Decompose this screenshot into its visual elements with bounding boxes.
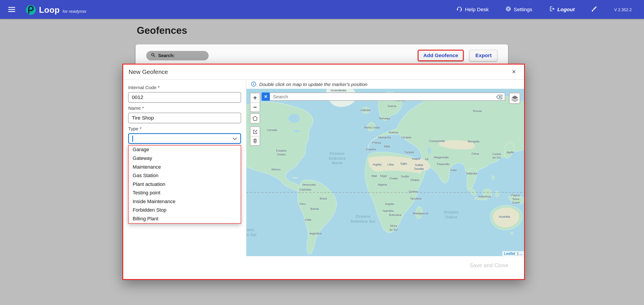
page-title: Geofences	[137, 25, 187, 36]
export-button[interactable]: Export	[470, 50, 498, 61]
type-option[interactable]: Gateway	[129, 154, 241, 163]
brand-subtitle: for readymix	[63, 9, 86, 14]
loop-logo-icon	[26, 4, 36, 15]
type-option[interactable]: Testing point	[129, 189, 241, 197]
name-label: Name *	[128, 106, 241, 111]
add-geofence-button[interactable]: Add Geofence	[418, 50, 464, 61]
type-option[interactable]: Garage	[129, 146, 241, 154]
help-desk-button[interactable]: Help Desk	[456, 6, 488, 13]
search-icon	[151, 52, 156, 59]
zoom-control: + −	[250, 93, 260, 112]
brand-name: Loop	[39, 5, 60, 15]
type-option[interactable]: Maintenance	[129, 163, 241, 172]
geofence-form: Internal Code * Name * Type * GarageGate…	[123, 80, 246, 256]
type-option[interactable]: Inside Maintenance	[129, 197, 241, 206]
theme-brush-button[interactable]	[591, 6, 598, 14]
brand-logo[interactable]: Loop for readymix	[26, 4, 86, 15]
type-label: Type *	[128, 126, 241, 131]
chevron-down-icon	[232, 137, 237, 140]
map-hint: Double click on map to update the marker…	[246, 80, 524, 89]
type-option[interactable]: Forbidden Stop	[129, 206, 241, 215]
app-root: Loop for readymix Help Desk Settings L	[0, 0, 644, 305]
search-collapse-button[interactable]: ×	[262, 93, 270, 101]
gear-icon	[505, 6, 511, 13]
type-option[interactable]: Plant actuation	[129, 180, 241, 189]
modal-footer: Save and Close	[123, 256, 524, 279]
edit-control	[250, 126, 260, 146]
layers-control[interactable]	[509, 93, 520, 104]
zoom-in-button[interactable]: +	[250, 93, 260, 102]
draw-polygon-button[interactable]	[250, 114, 260, 123]
type-option[interactable]: Gas Station	[129, 171, 241, 180]
logout-button[interactable]: Logout	[549, 6, 575, 13]
map-attribution: Leaflet | ...	[502, 251, 524, 256]
logout-icon	[549, 6, 555, 13]
internal-code-label: Internal Code *	[128, 85, 241, 91]
navbar-actions: Help Desk Settings Logout V 2.352.2	[456, 6, 637, 14]
name-input[interactable]	[128, 113, 241, 123]
type-option[interactable]: Billing Plant	[129, 214, 241, 223]
card-toolbar: Search: Add Geofence Export	[136, 44, 508, 61]
modal-title: New Geofence	[129, 69, 168, 75]
type-select[interactable]	[128, 133, 241, 144]
map-search-input[interactable]	[270, 93, 505, 100]
edit-button[interactable]	[250, 127, 260, 136]
internal-code-input[interactable]	[128, 92, 241, 103]
menu-icon[interactable]	[6, 4, 17, 15]
type-options-list: GarageGatewayMaintenanceGas StationPlant…	[128, 145, 241, 224]
text-cursor	[132, 135, 133, 142]
new-geofence-modal: New Geofence × Internal Code * Name * Ty…	[122, 64, 525, 280]
logout-label: Logout	[557, 7, 575, 12]
backspace-icon[interactable]	[496, 95, 502, 99]
settings-button[interactable]: Settings	[505, 6, 532, 13]
leaflet-link[interactable]: Leaflet	[504, 251, 515, 255]
search-input[interactable]: Search:	[146, 51, 208, 60]
search-label: Search:	[158, 53, 175, 58]
map-pane: Double click on map to update the marker…	[246, 80, 524, 256]
modal-header: New Geofence ×	[123, 65, 524, 80]
zoom-out-button[interactable]: −	[250, 102, 260, 111]
top-navbar: Loop for readymix Help Desk Settings L	[0, 0, 644, 19]
draw-control	[250, 113, 260, 124]
map-search-box	[270, 93, 505, 101]
save-and-close-button[interactable]: Save and Close	[467, 262, 511, 269]
version-label: V 2.352.2	[614, 7, 632, 12]
map[interactable]: GroenlândiaIslândiaNoruegaSuéciaFinlândi…	[246, 89, 524, 256]
modal-body: Internal Code * Name * Type * GarageGate…	[123, 80, 524, 256]
help-desk-icon	[456, 6, 462, 13]
brush-icon	[591, 6, 598, 14]
help-desk-label: Help Desk	[465, 7, 489, 12]
close-icon[interactable]: ×	[509, 67, 519, 77]
delete-button[interactable]	[250, 136, 260, 145]
map-canvas: GroenlândiaIslândiaNoruegaSuéciaFinlândi…	[246, 89, 524, 256]
info-icon	[251, 81, 256, 88]
settings-label: Settings	[514, 7, 532, 12]
map-hint-text: Double click on map to update the marker…	[259, 82, 368, 87]
map-search-bar: ×	[262, 93, 505, 101]
attribution-more: | ...	[517, 251, 522, 255]
